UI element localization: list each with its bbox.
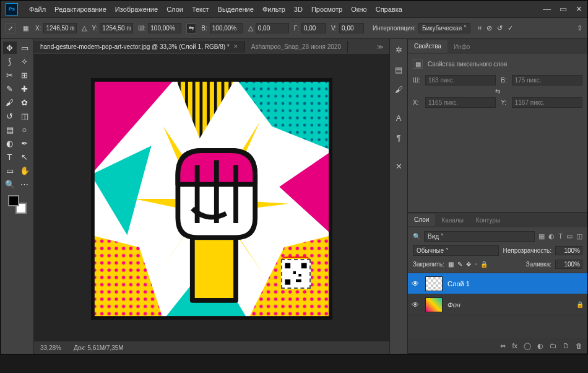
- canvas[interactable]: [91, 78, 332, 320]
- tab-paths[interactable]: Контуры: [470, 214, 506, 226]
- cancel-transform-icon[interactable]: ⊘: [486, 24, 492, 32]
- delta-icon[interactable]: △: [82, 24, 87, 32]
- layer-row-bg[interactable]: 👁 Фон 🔒: [408, 294, 587, 315]
- color-picker[interactable]: [8, 195, 27, 214]
- layer-filter-select[interactable]: Вид ˅: [424, 231, 535, 242]
- menu-image[interactable]: Изображение: [111, 3, 162, 15]
- lasso-tool[interactable]: ⟆: [3, 55, 17, 68]
- collapsed-char-icon[interactable]: A: [393, 112, 404, 123]
- layer-name[interactable]: Фон: [447, 301, 460, 309]
- collapsed-actions-icon[interactable]: ▤: [393, 64, 404, 75]
- menu-select[interactable]: Выделение: [214, 3, 257, 15]
- crop-tool[interactable]: ✂: [3, 69, 17, 81]
- magic-wand-tool[interactable]: ✧: [18, 55, 32, 68]
- share-icon[interactable]: ⇪: [577, 24, 582, 32]
- document-tab-active[interactable]: hand-gesture-modern-pop-art-vector.jpg @…: [34, 41, 245, 53]
- filter-smart-icon[interactable]: ◫: [576, 232, 582, 240]
- frame-tool[interactable]: ⊞: [18, 69, 32, 81]
- menu-view[interactable]: Просмотр: [308, 3, 346, 15]
- lock-position-icon[interactable]: ✎: [457, 261, 462, 268]
- lock-artboard-icon[interactable]: ▫: [475, 261, 477, 268]
- pen-tool[interactable]: ✒: [18, 137, 32, 149]
- close-button[interactable]: ✕: [576, 4, 582, 14]
- canvas-viewport[interactable]: 33,28% Док: 5,61M/7,35M: [34, 54, 389, 354]
- fill-input[interactable]: [555, 260, 582, 269]
- collapsed-brushes-icon[interactable]: 🖌: [393, 84, 404, 95]
- new-layer-icon[interactable]: 🗋: [563, 342, 569, 349]
- zoom-value[interactable]: 33,28%: [40, 344, 61, 351]
- blur-tool[interactable]: ○: [18, 123, 32, 136]
- layer-fx-icon[interactable]: fx: [512, 342, 517, 349]
- hand-tool[interactable]: ✋: [18, 164, 32, 177]
- menu-window[interactable]: Окно: [347, 3, 371, 15]
- tab-info[interactable]: Инфо: [447, 41, 477, 53]
- eyedropper-tool[interactable]: ✎: [3, 82, 17, 95]
- hskew-input[interactable]: [301, 23, 326, 33]
- link-wh-icon[interactable]: ⇆: [186, 24, 196, 33]
- lock-all-icon[interactable]: 🔒: [480, 261, 488, 268]
- brush-tool[interactable]: 🖌: [3, 96, 17, 108]
- y-input[interactable]: [100, 23, 133, 33]
- layer-name[interactable]: Слой 1: [447, 280, 470, 287]
- menu-3d[interactable]: 3D: [290, 3, 306, 15]
- tab-properties[interactable]: Свойства: [408, 40, 447, 53]
- tab-channels[interactable]: Каналы: [435, 214, 470, 226]
- collapsed-history-icon[interactable]: ✲: [393, 44, 404, 55]
- filter-shape-icon[interactable]: ▭: [566, 232, 573, 240]
- gradient-tool[interactable]: ▤: [3, 123, 17, 136]
- marquee-tool[interactable]: ▭: [18, 42, 32, 54]
- angle-input[interactable]: [256, 23, 289, 33]
- layer-thumb[interactable]: [425, 276, 443, 291]
- adjustment-layer-icon[interactable]: ◐: [537, 342, 543, 350]
- menu-layers[interactable]: Слои: [163, 3, 187, 15]
- collapsed-swatches-icon[interactable]: ✕: [393, 160, 404, 172]
- menu-file[interactable]: Файл: [25, 3, 50, 15]
- filter-type-icon[interactable]: T: [558, 232, 563, 240]
- menu-edit[interactable]: Редактирование: [51, 3, 110, 15]
- filter-pixel-icon[interactable]: ▦: [538, 232, 545, 240]
- warp-icon[interactable]: ⌗: [478, 24, 482, 32]
- stamp-tool[interactable]: ✿: [18, 96, 32, 108]
- vskew-input[interactable]: [339, 23, 364, 33]
- lock-move-icon[interactable]: ✥: [466, 261, 471, 268]
- delete-layer-icon[interactable]: 🗑: [576, 342, 582, 349]
- history-brush-tool[interactable]: ↺: [3, 110, 17, 122]
- tabs-overflow[interactable]: ≫: [371, 41, 389, 53]
- document-tab-inactive[interactable]: Ashampoo_Snap_28 июня 2020: [245, 41, 348, 53]
- w-input[interactable]: [148, 23, 181, 33]
- opacity-input[interactable]: [555, 246, 582, 255]
- path-select-tool[interactable]: ↖: [18, 151, 32, 163]
- menu-filter[interactable]: Фильтр: [259, 3, 289, 15]
- visibility-toggle-icon[interactable]: 👁: [412, 301, 420, 309]
- interp-select[interactable]: Бикубическая ˅: [418, 23, 470, 33]
- fg-color-swatch[interactable]: [8, 195, 19, 206]
- blend-mode-select[interactable]: Обычные ˅: [413, 245, 499, 256]
- layer-mask-icon[interactable]: ◯: [524, 342, 531, 350]
- visibility-toggle-icon[interactable]: 👁: [412, 279, 420, 288]
- type-tool[interactable]: T: [3, 151, 17, 163]
- group-layers-icon[interactable]: 🗀: [550, 342, 556, 349]
- filter-adjust-icon[interactable]: ◐: [548, 232, 555, 240]
- h-input[interactable]: [210, 23, 243, 33]
- edit-toolbar[interactable]: ⋯: [18, 178, 32, 190]
- link-layers-icon[interactable]: ⇔: [500, 342, 506, 350]
- maximize-button[interactable]: ▭: [560, 4, 567, 14]
- move-tool[interactable]: ✥: [3, 42, 17, 54]
- layer-row-1[interactable]: 👁 Слой 1: [408, 273, 587, 294]
- transform-tool-icon[interactable]: ⤢: [6, 24, 15, 33]
- search-icon[interactable]: 🔍: [413, 233, 420, 240]
- tab-layers[interactable]: Слои: [408, 214, 435, 226]
- x-input[interactable]: [43, 23, 77, 33]
- reference-point-icon[interactable]: ▦: [20, 24, 30, 33]
- qr-selection-overlay[interactable]: [281, 259, 311, 289]
- menu-help[interactable]: Справка: [372, 3, 406, 15]
- lock-pixels-icon[interactable]: ▦: [448, 261, 454, 268]
- layer-thumb[interactable]: [425, 297, 443, 312]
- dodge-tool[interactable]: ◐: [3, 137, 17, 149]
- heal-tool[interactable]: ✚: [18, 82, 32, 95]
- menu-type[interactable]: Текст: [188, 3, 213, 15]
- close-tab-icon[interactable]: ✕: [233, 43, 238, 50]
- zoom-tool[interactable]: 🔍: [3, 178, 17, 190]
- minimize-button[interactable]: —: [543, 4, 551, 14]
- collapsed-para-icon[interactable]: ¶: [393, 132, 404, 143]
